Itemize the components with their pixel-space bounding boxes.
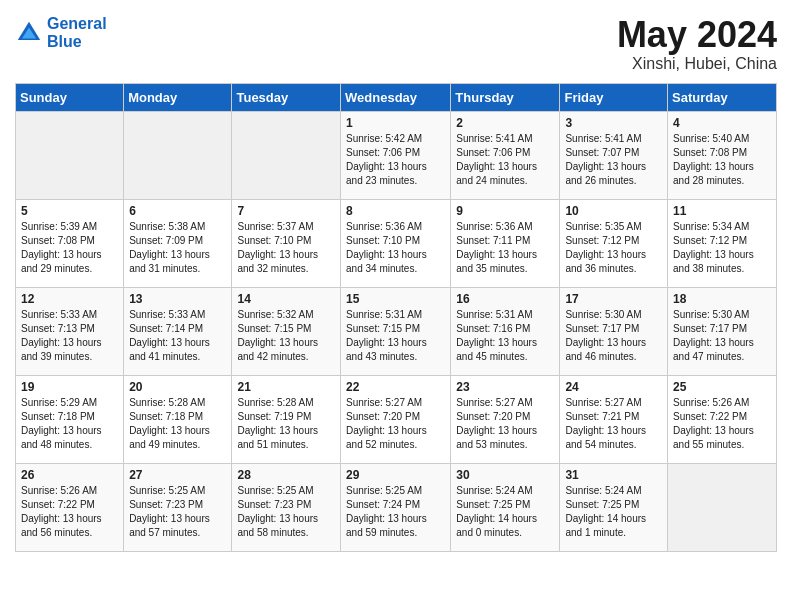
calendar-body: 1 Sunrise: 5:42 AM Sunset: 7:06 PM Dayli… [16, 111, 777, 551]
sunset-text: Sunset: 7:23 PM [129, 499, 203, 510]
day-info: Sunrise: 5:30 AM Sunset: 7:17 PM Dayligh… [565, 308, 662, 364]
calendar-cell: 14 Sunrise: 5:32 AM Sunset: 7:15 PM Dayl… [232, 287, 341, 375]
daylight-text: Daylight: 14 hours and 0 minutes. [456, 513, 537, 538]
sunset-text: Sunset: 7:22 PM [673, 411, 747, 422]
sunrise-text: Sunrise: 5:30 AM [673, 309, 749, 320]
calendar-table: Sunday Monday Tuesday Wednesday Thursday… [15, 83, 777, 552]
daylight-text: Daylight: 13 hours and 46 minutes. [565, 337, 646, 362]
sunset-text: Sunset: 7:19 PM [237, 411, 311, 422]
day-number: 27 [129, 468, 226, 482]
calendar-cell: 21 Sunrise: 5:28 AM Sunset: 7:19 PM Dayl… [232, 375, 341, 463]
day-number: 17 [565, 292, 662, 306]
daylight-text: Daylight: 13 hours and 31 minutes. [129, 249, 210, 274]
sunset-text: Sunset: 7:10 PM [237, 235, 311, 246]
day-info: Sunrise: 5:26 AM Sunset: 7:22 PM Dayligh… [673, 396, 771, 452]
sunrise-text: Sunrise: 5:30 AM [565, 309, 641, 320]
day-number: 6 [129, 204, 226, 218]
calendar-cell: 18 Sunrise: 5:30 AM Sunset: 7:17 PM Dayl… [668, 287, 777, 375]
calendar-cell: 28 Sunrise: 5:25 AM Sunset: 7:23 PM Dayl… [232, 463, 341, 551]
location: Xinshi, Hubei, China [617, 55, 777, 73]
sunrise-text: Sunrise: 5:24 AM [565, 485, 641, 496]
daylight-text: Daylight: 13 hours and 26 minutes. [565, 161, 646, 186]
calendar-cell: 13 Sunrise: 5:33 AM Sunset: 7:14 PM Dayl… [124, 287, 232, 375]
daylight-text: Daylight: 13 hours and 47 minutes. [673, 337, 754, 362]
sunrise-text: Sunrise: 5:39 AM [21, 221, 97, 232]
day-number: 13 [129, 292, 226, 306]
sunrise-text: Sunrise: 5:25 AM [346, 485, 422, 496]
header-wednesday: Wednesday [341, 83, 451, 111]
calendar-cell: 30 Sunrise: 5:24 AM Sunset: 7:25 PM Dayl… [451, 463, 560, 551]
calendar-week-row: 5 Sunrise: 5:39 AM Sunset: 7:08 PM Dayli… [16, 199, 777, 287]
logo-icon [15, 19, 43, 47]
sunrise-text: Sunrise: 5:27 AM [456, 397, 532, 408]
calendar-cell: 5 Sunrise: 5:39 AM Sunset: 7:08 PM Dayli… [16, 199, 124, 287]
daylight-text: Daylight: 13 hours and 57 minutes. [129, 513, 210, 538]
daylight-text: Daylight: 13 hours and 43 minutes. [346, 337, 427, 362]
day-info: Sunrise: 5:25 AM Sunset: 7:23 PM Dayligh… [129, 484, 226, 540]
day-number: 11 [673, 204, 771, 218]
calendar-cell: 23 Sunrise: 5:27 AM Sunset: 7:20 PM Dayl… [451, 375, 560, 463]
calendar-cell: 9 Sunrise: 5:36 AM Sunset: 7:11 PM Dayli… [451, 199, 560, 287]
calendar-cell: 16 Sunrise: 5:31 AM Sunset: 7:16 PM Dayl… [451, 287, 560, 375]
sunset-text: Sunset: 7:18 PM [21, 411, 95, 422]
daylight-text: Daylight: 13 hours and 41 minutes. [129, 337, 210, 362]
day-number: 28 [237, 468, 335, 482]
sunrise-text: Sunrise: 5:33 AM [129, 309, 205, 320]
logo: General Blue [15, 15, 107, 50]
sunrise-text: Sunrise: 5:25 AM [237, 485, 313, 496]
header-sunday: Sunday [16, 83, 124, 111]
calendar-cell: 29 Sunrise: 5:25 AM Sunset: 7:24 PM Dayl… [341, 463, 451, 551]
calendar-week-row: 26 Sunrise: 5:26 AM Sunset: 7:22 PM Dayl… [16, 463, 777, 551]
day-info: Sunrise: 5:32 AM Sunset: 7:15 PM Dayligh… [237, 308, 335, 364]
calendar-week-row: 19 Sunrise: 5:29 AM Sunset: 7:18 PM Dayl… [16, 375, 777, 463]
daylight-text: Daylight: 13 hours and 49 minutes. [129, 425, 210, 450]
daylight-text: Daylight: 13 hours and 51 minutes. [237, 425, 318, 450]
sunrise-text: Sunrise: 5:27 AM [346, 397, 422, 408]
day-info: Sunrise: 5:26 AM Sunset: 7:22 PM Dayligh… [21, 484, 118, 540]
daylight-text: Daylight: 13 hours and 54 minutes. [565, 425, 646, 450]
sunrise-text: Sunrise: 5:27 AM [565, 397, 641, 408]
day-number: 1 [346, 116, 445, 130]
day-number: 25 [673, 380, 771, 394]
day-info: Sunrise: 5:39 AM Sunset: 7:08 PM Dayligh… [21, 220, 118, 276]
calendar-cell: 1 Sunrise: 5:42 AM Sunset: 7:06 PM Dayli… [341, 111, 451, 199]
day-number: 23 [456, 380, 554, 394]
calendar-header: Sunday Monday Tuesday Wednesday Thursday… [16, 83, 777, 111]
calendar-cell: 31 Sunrise: 5:24 AM Sunset: 7:25 PM Dayl… [560, 463, 668, 551]
calendar-week-row: 12 Sunrise: 5:33 AM Sunset: 7:13 PM Dayl… [16, 287, 777, 375]
daylight-text: Daylight: 13 hours and 55 minutes. [673, 425, 754, 450]
daylight-text: Daylight: 13 hours and 24 minutes. [456, 161, 537, 186]
sunrise-text: Sunrise: 5:34 AM [673, 221, 749, 232]
day-number: 24 [565, 380, 662, 394]
day-number: 9 [456, 204, 554, 218]
calendar-cell: 15 Sunrise: 5:31 AM Sunset: 7:15 PM Dayl… [341, 287, 451, 375]
day-info: Sunrise: 5:27 AM Sunset: 7:20 PM Dayligh… [346, 396, 445, 452]
sunrise-text: Sunrise: 5:26 AM [21, 485, 97, 496]
calendar-cell: 26 Sunrise: 5:26 AM Sunset: 7:22 PM Dayl… [16, 463, 124, 551]
calendar-cell: 6 Sunrise: 5:38 AM Sunset: 7:09 PM Dayli… [124, 199, 232, 287]
sunrise-text: Sunrise: 5:31 AM [456, 309, 532, 320]
sunrise-text: Sunrise: 5:32 AM [237, 309, 313, 320]
daylight-text: Daylight: 13 hours and 32 minutes. [237, 249, 318, 274]
sunset-text: Sunset: 7:11 PM [456, 235, 530, 246]
day-info: Sunrise: 5:35 AM Sunset: 7:12 PM Dayligh… [565, 220, 662, 276]
calendar-cell: 7 Sunrise: 5:37 AM Sunset: 7:10 PM Dayli… [232, 199, 341, 287]
header-monday: Monday [124, 83, 232, 111]
sunset-text: Sunset: 7:25 PM [565, 499, 639, 510]
sunset-text: Sunset: 7:18 PM [129, 411, 203, 422]
sunrise-text: Sunrise: 5:41 AM [565, 133, 641, 144]
day-number: 10 [565, 204, 662, 218]
calendar-cell: 17 Sunrise: 5:30 AM Sunset: 7:17 PM Dayl… [560, 287, 668, 375]
sunrise-text: Sunrise: 5:25 AM [129, 485, 205, 496]
sunrise-text: Sunrise: 5:41 AM [456, 133, 532, 144]
sunset-text: Sunset: 7:14 PM [129, 323, 203, 334]
sunrise-text: Sunrise: 5:36 AM [456, 221, 532, 232]
sunset-text: Sunset: 7:23 PM [237, 499, 311, 510]
day-number: 3 [565, 116, 662, 130]
page-header: General Blue May 2024 Xinshi, Hubei, Chi… [15, 15, 777, 73]
sunset-text: Sunset: 7:08 PM [21, 235, 95, 246]
sunset-text: Sunset: 7:08 PM [673, 147, 747, 158]
header-thursday: Thursday [451, 83, 560, 111]
calendar-week-row: 1 Sunrise: 5:42 AM Sunset: 7:06 PM Dayli… [16, 111, 777, 199]
day-info: Sunrise: 5:36 AM Sunset: 7:11 PM Dayligh… [456, 220, 554, 276]
